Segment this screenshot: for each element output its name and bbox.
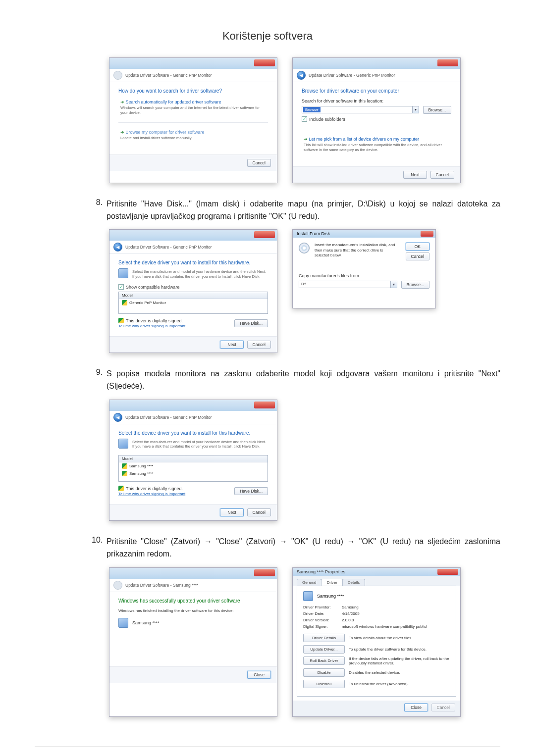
action-desc: To view details about the driver files. <box>349 636 450 640</box>
action-button[interactable]: Driver Details <box>303 634 345 642</box>
location-input[interactable]: Browse▾ <box>302 106 419 113</box>
action-button[interactable]: Update Driver... <box>303 645 345 654</box>
next-button[interactable]: Next <box>220 508 244 516</box>
back-icon <box>113 581 122 590</box>
prop-value: microsoft windows hardware compatibility… <box>342 624 450 629</box>
close-button[interactable]: Close <box>247 671 271 679</box>
heading: How do you want to search for driver sof… <box>118 88 268 94</box>
tab-details[interactable]: Details <box>342 579 365 586</box>
breadcrumb: Update Driver Software - Generic PnP Mon… <box>125 73 212 78</box>
option-subtext: Locate and install driver software manua… <box>120 136 266 141</box>
list-item[interactable]: Samsung **** <box>119 470 268 477</box>
step-number: 9. <box>92 368 107 393</box>
titlebar <box>293 58 460 69</box>
close-button[interactable]: Close <box>404 704 428 711</box>
shield-icon <box>118 318 124 323</box>
shield-icon <box>122 300 127 305</box>
step-number: 8. <box>92 198 107 223</box>
tab-general[interactable]: General <box>297 579 321 586</box>
tab-driver[interactable]: Driver <box>321 579 342 586</box>
close-icon[interactable] <box>421 231 433 237</box>
step-text: S popisa modela monitora na zaslonu odab… <box>107 368 500 393</box>
breadcrumb: Update Driver Software - Generic PnP Mon… <box>125 245 212 250</box>
shield-icon <box>122 463 127 469</box>
prop-key: Digital Signer: <box>303 624 342 629</box>
heading-subtext: Select the manufacturer and model of you… <box>132 269 268 279</box>
device-icon <box>118 439 128 449</box>
back-icon[interactable]: ◄ <box>297 71 306 80</box>
cancel-button[interactable]: Cancel <box>247 159 271 167</box>
back-icon <box>113 71 122 80</box>
dialog-update-complete: Update Driver Software - Samsung **** Wi… <box>109 567 277 717</box>
next-button[interactable]: Next <box>220 341 244 349</box>
page-rule <box>35 747 500 747</box>
heading-subtext: Windows has finished installing the driv… <box>118 608 268 613</box>
signed-label: This driver is digitally signed. <box>126 318 183 323</box>
path-input[interactable]: D:\▾ <box>299 281 397 288</box>
option-subtext: This list will show installed driver sof… <box>304 143 449 152</box>
chevron-down-icon[interactable]: ▾ <box>412 106 419 113</box>
action-button[interactable]: Disable <box>303 668 345 677</box>
dialog-title: Samsung **** Properties <box>293 568 460 576</box>
include-subfolders-checkbox[interactable]: ✓Include subfolders <box>302 116 451 122</box>
prop-key: Driver Version: <box>303 618 342 622</box>
heading-subtext: Select the manufacturer and model of you… <box>132 440 268 450</box>
chevron-down-icon[interactable]: ▾ <box>390 281 397 288</box>
signing-info-link[interactable]: Tell me why driver signing is important <box>118 324 185 328</box>
back-icon[interactable]: ◄ <box>113 243 122 252</box>
message: Insert the manufacturer's installation d… <box>315 243 399 258</box>
option-auto-search[interactable]: ➜ Search automatically for updated drive… <box>118 97 268 118</box>
model-list[interactable]: Model Samsung **** Samsung **** <box>118 455 268 482</box>
list-item[interactable]: Samsung **** <box>119 462 268 470</box>
action-button[interactable]: Uninstall <box>303 680 345 688</box>
cancel-button[interactable]: Cancel <box>406 252 429 260</box>
model-list[interactable]: Model Generic PnP Monitor <box>118 292 268 314</box>
option-browse-computer[interactable]: ➜ Browse my computer for driver software… <box>118 127 268 144</box>
cancel-button[interactable]: Cancel <box>430 171 454 179</box>
action-button[interactable]: Roll Back Driver <box>303 656 345 665</box>
next-button[interactable]: Next <box>403 171 427 179</box>
browse-button[interactable]: Browse... <box>401 281 429 289</box>
list-header: Model <box>119 292 268 299</box>
cancel-button[interactable]: Cancel <box>247 508 271 516</box>
page-title: Korištenje softvera <box>35 30 500 43</box>
signing-info-link[interactable]: Tell me why driver signing is important <box>118 492 185 496</box>
ok-button[interactable]: OK <box>406 243 429 251</box>
prop-value: 2.0.0.0 <box>342 618 450 622</box>
action-desc: To uninstall the driver (Advanced). <box>349 682 450 686</box>
show-compatible-checkbox[interactable]: ✓Show compatible hardware <box>118 284 268 290</box>
heading: Browse for driver software on your compu… <box>302 88 451 94</box>
shield-icon <box>118 486 124 491</box>
dialog-install-from-disk: Install From Disk Insert the manufacture… <box>292 229 436 308</box>
titlebar <box>109 58 277 69</box>
titlebar <box>109 568 277 579</box>
have-disk-button[interactable]: Have Disk... <box>234 319 268 327</box>
back-icon[interactable]: ◄ <box>113 413 122 422</box>
signed-label: This driver is digitally signed. <box>126 486 183 491</box>
have-disk-button[interactable]: Have Disk... <box>234 487 268 495</box>
titlebar <box>109 400 277 411</box>
device-icon <box>118 618 128 628</box>
titlebar <box>109 230 277 241</box>
prop-key: Driver Provider: <box>303 605 342 609</box>
device-name: Samsung **** <box>132 620 160 625</box>
prop-value: Samsung <box>342 605 450 609</box>
device-icon <box>303 591 313 601</box>
shield-icon <box>122 471 127 476</box>
dialog-browse-location: ◄ Update Driver Software - Generic PnP M… <box>292 57 461 183</box>
location-label: Search for driver software in this locat… <box>302 99 451 103</box>
list-item[interactable]: Generic PnP Monitor <box>119 299 268 306</box>
breadcrumb: Update Driver Software - Samsung **** <box>125 583 198 588</box>
browse-button[interactable]: Browse... <box>423 106 451 114</box>
copy-from-label: Copy manufacturer's files from: <box>299 273 429 278</box>
step-text: Pritisnite "Close" (Zatvori) → "Close" (… <box>107 536 500 560</box>
cancel-button[interactable]: Cancel <box>247 341 271 349</box>
step-text: Pritisnite "Have Disk..." (Imam disk) i … <box>107 198 500 223</box>
option-pick-from-list[interactable]: ➜ Let me pick from a list of device driv… <box>302 134 451 155</box>
cancel-button: Cancel <box>431 704 455 711</box>
action-desc: Disables the selected device. <box>349 670 450 675</box>
disk-icon <box>299 243 310 253</box>
prop-key: Driver Date: <box>303 611 342 616</box>
dialog-title: Install From Disk <box>297 231 330 236</box>
action-desc: To update the driver software for this d… <box>349 647 450 652</box>
